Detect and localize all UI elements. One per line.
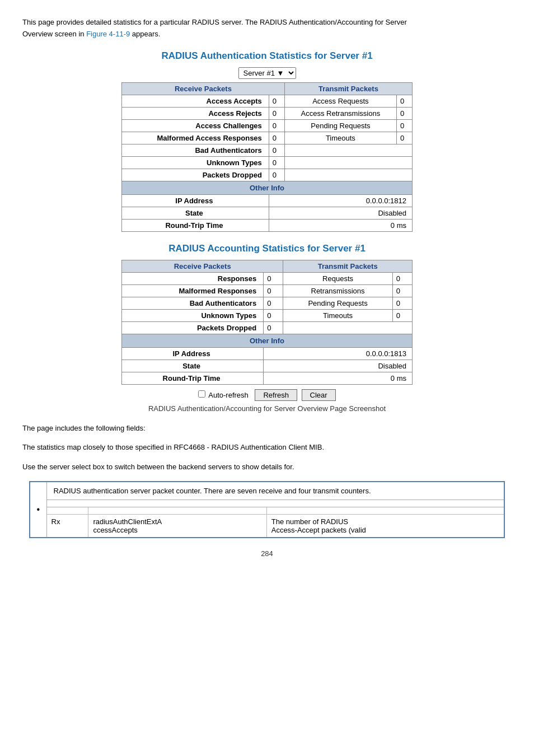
auto-refresh-text: Auto-refresh	[208, 391, 249, 399]
rx-label: Rx	[46, 514, 88, 538]
intro-text-3: appears.	[130, 30, 160, 38]
rx-text: Rx	[51, 517, 60, 526]
oid-line1: radiusAuthClientExtA	[93, 517, 261, 526]
server-select-row: Server #1 ▼	[22, 67, 512, 79]
controls-row: Auto-refresh Refresh Clear	[22, 389, 512, 401]
acct-unknown-types-value: 0	[264, 309, 283, 321]
table-row	[30, 500, 504, 507]
table-row: Packets Dropped 0	[122, 169, 413, 181]
table-row: State Disabled	[122, 207, 413, 219]
inner-col1-header	[46, 507, 88, 514]
access-challenges-value: 0	[269, 119, 284, 132]
table-row: Bad Authenticators 0	[122, 144, 413, 156]
pending-requests-value: 0	[396, 119, 412, 132]
table-row: IP Address 0.0.0.0:1812	[122, 194, 413, 207]
auth-stats-title: RADIUS Authentication Statistics for Ser…	[22, 50, 512, 62]
oid-line2: ccessAccepts	[93, 526, 261, 534]
acct-unknown-types-label: Unknown Types	[122, 309, 264, 321]
access-challenges-label: Access Challenges	[122, 119, 269, 132]
acct-state-label: State	[122, 360, 264, 372]
intro-text-2: Overview screen in	[22, 30, 86, 38]
accounting-receive-header: Receive Packets	[122, 260, 283, 272]
acct-ip-address-value: 0.0.0.0:1813	[264, 347, 413, 360]
requests-value: 0	[392, 272, 412, 284]
malformed-access-responses-value: 0	[269, 132, 284, 144]
table-row: Unknown Types 0	[122, 156, 413, 169]
other-info-header: Other Info	[122, 181, 413, 194]
auth-receive-header: Receive Packets	[122, 82, 285, 95]
auth-state-label: State	[122, 207, 269, 219]
packets-dropped-label: Packets Dropped	[122, 169, 269, 181]
table-row: Rx radiusAuthClientExtA ccessAccepts The…	[30, 514, 504, 538]
unknown-types-label: Unknown Types	[122, 156, 269, 169]
table-row: Access Accepts 0 Access Requests 0	[122, 95, 413, 107]
acct-state-value: Disabled	[264, 360, 413, 372]
accounting-stats-title: RADIUS Accounting Statistics for Server …	[22, 243, 512, 254]
desc-col: The number of RADIUS Access-Accept packe…	[266, 514, 504, 538]
server-select[interactable]: Server #1 ▼	[238, 67, 296, 79]
acct-other-info-divider: Other Info	[122, 334, 413, 347]
packets-dropped-value: 0	[269, 169, 284, 181]
inner-col2-header	[88, 507, 266, 514]
retransmissions-value: 0	[392, 284, 412, 297]
auth-ip-address-label: IP Address	[122, 194, 269, 207]
malformed-access-responses-label: Malformed Access Responses	[122, 132, 269, 144]
table-row	[30, 507, 504, 514]
auth-state-value: Disabled	[269, 207, 412, 219]
auth-stats-section: RADIUS Authentication Statistics for Ser…	[22, 50, 512, 232]
screenshot-caption: RADIUS Authentication/Accounting for Ser…	[22, 404, 512, 413]
retransmissions-label: Retransmissions	[283, 284, 392, 297]
table-row: IP Address 0.0.0.0:1813	[122, 347, 413, 360]
malformed-responses-label: Malformed Responses	[122, 284, 264, 297]
other-info-divider: Other Info	[122, 181, 413, 194]
desc-line2: Access-Accept packets (valid	[271, 526, 499, 534]
body-text-1: The page includes the following fields:	[22, 423, 512, 435]
table-row: State Disabled	[122, 360, 413, 372]
auth-timeouts-value: 0	[396, 132, 412, 144]
table-row: Malformed Access Responses 0 Timeouts 0	[122, 132, 413, 144]
access-retransmissions-value: 0	[396, 107, 412, 119]
intro-paragraph: This page provides detailed statistics f…	[22, 17, 512, 40]
acct-bad-authenticators-value: 0	[264, 297, 283, 309]
bad-authenticators-value: 0	[269, 144, 284, 156]
acct-packets-dropped-value: 0	[264, 321, 283, 334]
table-row: Unknown Types 0 Timeouts 0	[122, 309, 413, 321]
responses-value: 0	[264, 272, 283, 284]
bad-authenticators-label: Bad Authenticators	[122, 144, 269, 156]
access-rejects-value: 0	[269, 107, 284, 119]
auth-ip-address-value: 0.0.0.0:1812	[269, 194, 412, 207]
table-row: Bad Authenticators 0 Pending Requests 0	[122, 297, 413, 309]
page-number: 284	[22, 549, 512, 558]
requests-label: Requests	[283, 272, 392, 284]
acct-round-trip-value: 0 ms	[264, 372, 413, 384]
table-row: Malformed Responses 0 Retransmissions 0	[122, 284, 413, 297]
malformed-responses-value: 0	[264, 284, 283, 297]
body-text-2: The statistics map closely to those spec…	[22, 442, 512, 454]
spacer-row	[46, 500, 504, 507]
auth-transmit-header: Transmit Packets	[284, 82, 412, 95]
inner-col3-header	[266, 507, 504, 514]
auth-stats-table: Receive Packets Transmit Packets Access …	[121, 82, 413, 232]
access-requests-value: 0	[396, 95, 412, 107]
access-requests-label: Access Requests	[284, 95, 396, 107]
acct-packets-dropped-label: Packets Dropped	[122, 321, 264, 334]
clear-button[interactable]: Clear	[302, 389, 336, 401]
responses-label: Responses	[122, 272, 264, 284]
table-row: Responses 0 Requests 0	[122, 272, 413, 284]
acct-timeouts-label: Timeouts	[283, 309, 392, 321]
auth-round-trip-label: Round-Trip Time	[122, 219, 269, 231]
bullet-icon: •	[36, 505, 40, 514]
intro-text-1: This page provides detailed statistics f…	[22, 18, 407, 26]
acct-bad-authenticators-label: Bad Authenticators	[122, 297, 264, 309]
body-text-3: Use the server select box to switch betw…	[22, 461, 512, 473]
auto-refresh-checkbox[interactable]	[198, 390, 205, 398]
auth-timeouts-label: Timeouts	[284, 132, 396, 144]
figure-link[interactable]: Figure 4-11-9	[86, 30, 130, 38]
acct-pending-requests-label: Pending Requests	[283, 297, 392, 309]
desc-line1: The number of RADIUS	[271, 517, 499, 526]
refresh-button[interactable]: Refresh	[255, 389, 297, 401]
accounting-stats-table: Receive Packets Transmit Packets Respons…	[121, 260, 413, 385]
description-text: RADIUS authentication server packet coun…	[54, 487, 371, 495]
auth-round-trip-value: 0 ms	[269, 219, 412, 231]
acct-pending-requests-value: 0	[392, 297, 412, 309]
